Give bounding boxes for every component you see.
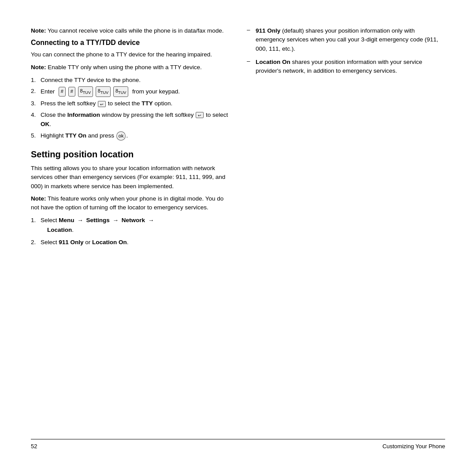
step3-tty: TTY xyxy=(141,100,153,107)
section1-heading: Connecting to a TTY/TDD device xyxy=(31,39,229,47)
bullet-text-2: Location On shares your position informa… xyxy=(256,58,445,76)
s2-settings-bold: Settings xyxy=(86,217,110,223)
s2-step2-content: Select 911 Only or Location On. xyxy=(41,238,129,247)
footer-page-number: 52 xyxy=(31,443,37,450)
section1-body: You can connect the phone to a TTY devic… xyxy=(31,50,229,59)
step5-content: Highlight TTY On and press ok. xyxy=(41,131,128,141)
key2-icon: # xyxy=(68,87,75,97)
s2-step1-content: Select Menu → Settings → Network → Locat… xyxy=(41,216,155,234)
step-2: 2. Enter # # 8TUV 8TUV 8TUV from your ke… xyxy=(31,86,229,97)
arrow1: → xyxy=(77,217,83,223)
section1-note-text: Enable TTY only when using the phone wit… xyxy=(46,64,202,71)
step1-num: 1. xyxy=(31,75,41,85)
s2-network-bold: Network xyxy=(122,217,145,223)
section2-note-label: Note: xyxy=(31,195,46,202)
bullet1-text: (default) shares your position informati… xyxy=(256,27,438,52)
bullet-dash-2: – xyxy=(247,58,256,76)
section2-body1: This setting allows you to share your lo… xyxy=(31,164,229,191)
step2-num: 2. xyxy=(31,86,41,96)
arrow3: → xyxy=(148,217,154,223)
bullet2-bold: Location On xyxy=(256,59,290,65)
step-3: 3. Press the left softkey ↩ to select th… xyxy=(31,99,229,108)
s2-step2-num: 2. xyxy=(31,238,41,247)
key1-icon: # xyxy=(59,87,66,97)
ok-icon: ok xyxy=(116,131,126,141)
right-column: – 911 Only (default) shares your positio… xyxy=(247,26,445,439)
step-4: 4. Close the Information window by press… xyxy=(31,110,229,129)
step-5: 5. Highlight TTY On and press ok. xyxy=(31,131,229,141)
s2-locationon-bold: Location On xyxy=(92,239,127,245)
bullet1-bold: 911 Only xyxy=(256,27,280,34)
note-intro-text: You cannot receive voice calls while the… xyxy=(46,27,224,34)
step-1: 1. Connect the TTY device to the phone. xyxy=(31,75,229,85)
section2-note: Note: This feature works only when your … xyxy=(31,194,229,212)
step3-num: 3. xyxy=(31,99,41,108)
step4-info-bold: Information xyxy=(67,112,100,118)
step4-content: Close the Information window by pressing… xyxy=(41,110,229,129)
section2-note-text: This feature works only when your phone … xyxy=(31,195,223,211)
two-column-layout: Note: You cannot receive voice calls whi… xyxy=(31,26,445,439)
footer-bar: 52 Customizing Your Phone xyxy=(31,439,445,450)
arrow2: → xyxy=(113,217,119,223)
step3-content: Press the left softkey ↩ to select the T… xyxy=(41,99,172,108)
bullet-list: – 911 Only (default) shares your positio… xyxy=(247,26,445,75)
left-column: Note: You cannot receive voice calls whi… xyxy=(31,26,229,439)
section2-step-1: 1. Select Menu → Settings → Network → Lo… xyxy=(31,216,229,234)
s2-step1-num: 1. xyxy=(31,216,41,225)
step1-text: Connect the TTY device to the phone. xyxy=(41,75,141,85)
step2-content: Enter # # 8TUV 8TUV 8TUV from your keypa… xyxy=(41,86,180,97)
s2-911only-bold: 911 Only xyxy=(59,239,83,245)
note-intro: Note: You cannot receive voice calls whi… xyxy=(31,26,229,35)
bullet-item-2: – Location On shares your position infor… xyxy=(247,58,445,76)
s2-location-bold: Location xyxy=(47,227,72,233)
section2-step-2: 2. Select 911 Only or Location On. xyxy=(31,238,229,247)
section1-note-label: Note: xyxy=(31,64,46,71)
key5-icon: 8TUV xyxy=(113,86,128,97)
page-container: Note: You cannot receive voice calls whi… xyxy=(0,0,476,476)
softkey4-icon: ↩ xyxy=(196,112,204,118)
section2-steps: 1. Select Menu → Settings → Network → Lo… xyxy=(31,216,229,247)
section1-steps: 1. Connect the TTY device to the phone. … xyxy=(31,75,229,141)
key4-icon: 8TUV xyxy=(96,86,111,97)
footer-page-label: Customizing Your Phone xyxy=(383,443,445,450)
step4-ok-bold: OK xyxy=(41,121,49,127)
key3-icon: 8TUV xyxy=(78,86,93,97)
step4-num: 4. xyxy=(31,110,41,120)
bullet-item-1: – 911 Only (default) shares your positio… xyxy=(247,26,445,53)
section2-heading: Setting position location xyxy=(31,149,229,160)
bullet-text-1: 911 Only (default) shares your position … xyxy=(256,26,445,53)
softkey3-icon: ↩ xyxy=(98,101,106,107)
bullet-dash-1: – xyxy=(247,26,256,53)
note-label-intro: Note: xyxy=(31,27,46,34)
s2-menu-bold: Menu xyxy=(59,217,74,223)
step5-num: 5. xyxy=(31,131,41,141)
section1-note: Note: Enable TTY only when using the pho… xyxy=(31,63,229,72)
step5-ttyon-bold: TTY On xyxy=(65,132,86,139)
